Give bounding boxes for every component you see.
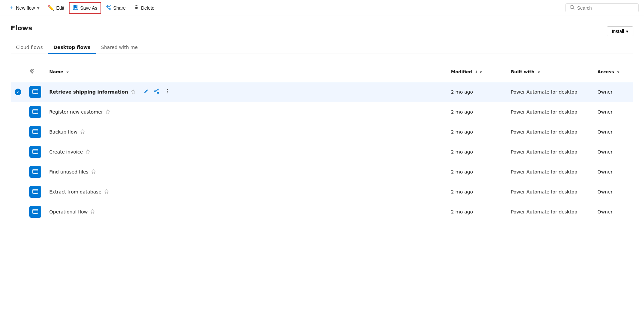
share-button[interactable]: Share: [103, 3, 129, 13]
row-built-with: Power Automate for desktop: [507, 182, 593, 202]
row-access: Owner: [593, 102, 633, 122]
share-icon: [106, 5, 111, 11]
install-label: Install: [612, 29, 624, 34]
search-icon: [570, 5, 574, 11]
row-edit-button[interactable]: [142, 87, 150, 97]
tab-desktop-flows[interactable]: Desktop flows: [48, 41, 96, 54]
row-checkbox[interactable]: ✓: [11, 82, 25, 102]
table-row[interactable]: Create invoice 2 mo agoPower Automate fo…: [11, 142, 633, 162]
modified-sort-icon: ↓ ∨: [475, 70, 482, 74]
row-checkbox[interactable]: [11, 122, 25, 142]
table-row[interactable]: Backup flow 2 mo agoPower Automate for d…: [11, 122, 633, 142]
svg-line-20: [156, 92, 157, 93]
row-name: Create invoice: [45, 142, 447, 162]
search-input[interactable]: [577, 5, 634, 11]
row-checkbox[interactable]: [11, 162, 25, 182]
row-built-with: Power Automate for desktop: [507, 202, 593, 222]
row-flow-icon: [25, 162, 45, 182]
page-content: Flows Install ▾ Cloud flows Desktop flow…: [0, 16, 644, 230]
flow-name: Find unused files: [49, 169, 89, 174]
row-name: Retrieve shipping information: [45, 82, 447, 102]
row-built-with: Power Automate for desktop: [507, 122, 593, 142]
svg-point-16: [157, 89, 159, 90]
row-access: Owner: [593, 142, 633, 162]
svg-line-10: [573, 8, 574, 9]
col-header-modified[interactable]: Modified ↓ ∨: [447, 62, 507, 82]
svg-rect-13: [34, 94, 37, 94]
svg-rect-3: [75, 8, 77, 9]
row-more-button[interactable]: [163, 87, 171, 97]
save-as-label: Save As: [80, 5, 97, 11]
edit-icon: ✏️: [48, 5, 54, 11]
row-modified: 2 mo ago: [447, 82, 507, 102]
toolbar: ＋ New flow ▾ ✏️ Edit Save As: [0, 0, 644, 16]
table-row[interactable]: Register new customer 2 mo agoPower Auto…: [11, 102, 633, 122]
premium-icon: [104, 189, 109, 195]
tabs: Cloud flows Desktop flows Shared with me: [11, 41, 633, 54]
svg-marker-38: [86, 150, 90, 154]
name-cell: Operational flow: [49, 209, 443, 215]
flow-name: Create invoice: [49, 149, 83, 155]
row-modified: 2 mo ago: [447, 122, 507, 142]
col-header-check: [11, 62, 25, 82]
svg-rect-31: [34, 134, 37, 134]
row-access: Owner: [593, 122, 633, 142]
svg-marker-33: [81, 130, 85, 134]
col-header-access[interactable]: Access ∨: [593, 62, 633, 82]
row-modified: 2 mo ago: [447, 202, 507, 222]
svg-rect-51: [34, 213, 37, 214]
row-built-with: Power Automate for desktop: [507, 82, 593, 102]
row-built-with: Power Automate for desktop: [507, 142, 593, 162]
row-share-button[interactable]: [153, 87, 161, 97]
svg-point-5: [109, 8, 110, 9]
svg-point-22: [167, 91, 168, 92]
table-row[interactable]: ✓ Retrieve shipping information: [11, 82, 633, 102]
row-name: Operational flow: [45, 202, 447, 222]
row-checkbox[interactable]: [11, 182, 25, 202]
table-row[interactable]: Operational flow 2 mo agoPower Automate …: [11, 202, 633, 222]
flow-icon-box: [29, 206, 41, 218]
chevron-down-icon: ▾: [37, 5, 40, 11]
flow-name: Operational flow: [49, 209, 88, 214]
edit-button[interactable]: ✏️ Edit: [44, 3, 68, 13]
flow-icon-box: [29, 106, 41, 118]
row-name: Extract from database: [45, 182, 447, 202]
row-name: Backup flow: [45, 122, 447, 142]
row-access: Owner: [593, 182, 633, 202]
save-as-icon: [73, 5, 78, 11]
row-actions: [142, 87, 171, 97]
search-box[interactable]: [565, 3, 639, 12]
new-flow-button[interactable]: ＋ New flow ▾: [5, 2, 43, 13]
delete-icon: [134, 5, 139, 11]
delete-button[interactable]: Delete: [130, 3, 158, 13]
col-header-name[interactable]: Name ∨: [45, 62, 447, 82]
row-modified: 2 mo ago: [447, 142, 507, 162]
premium-icon: [90, 209, 95, 215]
row-modified: 2 mo ago: [447, 102, 507, 122]
row-checkbox[interactable]: [11, 142, 25, 162]
flow-table: Name ∨ Modified ↓ ∨ Built with ∨ Access …: [11, 62, 633, 222]
row-checkbox[interactable]: [11, 202, 25, 222]
flow-icon-box: [29, 146, 41, 158]
flow-icon-box: [29, 166, 41, 178]
flow-name: Retrieve shipping information: [49, 89, 128, 95]
install-button[interactable]: Install ▾: [607, 26, 633, 36]
svg-marker-43: [92, 169, 96, 173]
row-built-with: Power Automate for desktop: [507, 162, 593, 182]
flow-name: Extract from database: [49, 189, 102, 194]
col-header-built-with[interactable]: Built with ∨: [507, 62, 593, 82]
svg-rect-11: [33, 90, 38, 94]
built-sort-icon: ∨: [537, 70, 540, 74]
row-flow-icon: [25, 102, 45, 122]
table-row[interactable]: Extract from database 2 mo agoPower Auto…: [11, 182, 633, 202]
save-as-button[interactable]: Save As: [69, 2, 101, 14]
table-row[interactable]: Find unused files 2 mo agoPower Automate…: [11, 162, 633, 182]
row-checkbox[interactable]: [11, 102, 25, 122]
svg-rect-34: [33, 150, 38, 154]
name-cell: Extract from database: [49, 189, 443, 195]
svg-rect-46: [34, 193, 37, 194]
tab-cloud-flows[interactable]: Cloud flows: [11, 41, 48, 54]
check-circle: ✓: [15, 89, 21, 95]
tab-shared-with-me[interactable]: Shared with me: [96, 41, 143, 54]
svg-marker-15: [131, 90, 135, 94]
